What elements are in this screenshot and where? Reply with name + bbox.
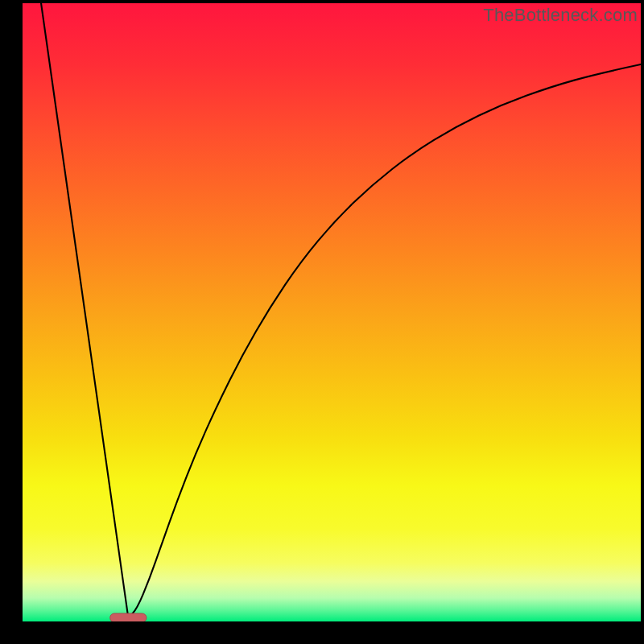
chart-container: TheBottleneck.com [0, 0, 644, 644]
optimal-marker [110, 613, 147, 621]
plot-area [23, 3, 641, 621]
chart-svg [23, 3, 641, 621]
watermark-text: TheBottleneck.com [483, 5, 638, 26]
